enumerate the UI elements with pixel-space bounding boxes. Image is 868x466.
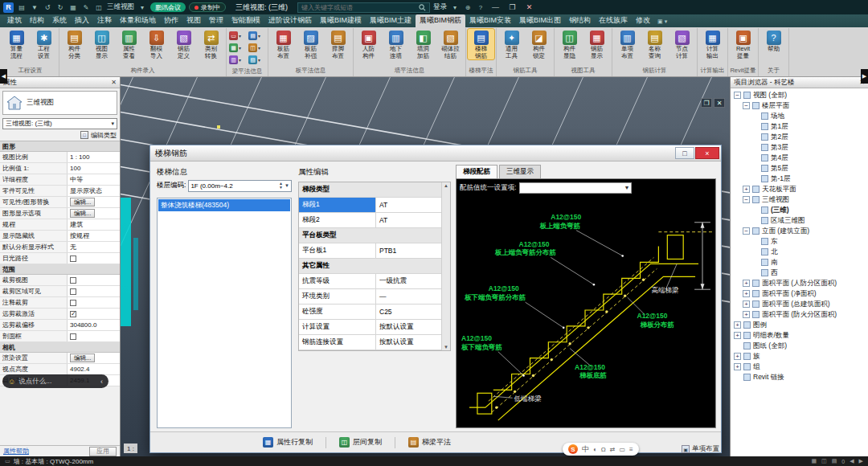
edit-button[interactable]: 编辑... — [70, 354, 95, 362]
section-icon[interactable]: ◫ — [94, 2, 104, 13]
ribbon-tab-在线族库[interactable]: 在线族库 — [595, 14, 632, 27]
ribbon-small-button-4[interactable]: ◫▾ — [248, 43, 265, 53]
dialog-footer-button-属性行复制[interactable]: ▦属性行复制 — [263, 437, 313, 448]
close-icon[interactable]: ✕ — [111, 79, 117, 86]
ribbon-tab-视图[interactable]: 视图 — [182, 14, 205, 27]
property-value[interactable]: 4902.4 — [68, 364, 120, 374]
property-value[interactable]: 显示原状态 — [68, 186, 120, 196]
property-value[interactable] — [68, 331, 120, 341]
search-input[interactable] — [301, 4, 416, 11]
tree-item-(三维)[interactable]: (三维) — [731, 205, 868, 215]
property-value[interactable]: 100 — [68, 163, 120, 174]
type-selector[interactable]: 三维视图 — [2, 91, 117, 115]
recording-badge[interactable]: 录制中 — [189, 2, 226, 12]
tree-item-第3层[interactable]: 第3层 — [731, 142, 868, 153]
tree-item-面积平面 (人防分区面积)[interactable]: +面积平面 (人防分区面积) — [731, 278, 868, 288]
property-value[interactable] — [68, 253, 120, 264]
rebar-diagram-canvas[interactable]: 配筋值统一设置项: ▼ — [456, 178, 716, 428]
ribbon-tab-进阶设计钢筋[interactable]: 进阶设计钢筋 — [264, 14, 316, 27]
ime-keyboard-icon[interactable]: ▭ — [620, 446, 626, 453]
property-value[interactable]: 编辑... — [68, 208, 120, 219]
ribbon-button-人防构件[interactable]: ▣人防 构件 — [355, 29, 382, 59]
ribbon-button-算量流程[interactable]: ▦算量 流程 — [3, 29, 30, 59]
ribbon-tab-插入[interactable]: 插入 — [71, 14, 93, 27]
redo-icon[interactable]: ↻ — [55, 2, 65, 13]
ribbon-tab-系统[interactable]: 系统 — [48, 14, 71, 27]
property-value[interactable]: 1 : 100 — [68, 152, 120, 162]
search-icon[interactable] — [419, 4, 426, 11]
ribbon-button-名称查询[interactable]: ▤名称 查询 — [641, 29, 668, 59]
floor-code-combo[interactable]: 1F (0.00m~4.2 ▲▼ ▼ — [188, 180, 292, 192]
table-row[interactable]: 环境类别— — [299, 289, 441, 305]
scroll-right-icon[interactable]: ▶ — [859, 458, 863, 464]
dialog-footer-button-层间复制[interactable]: ◫层间复制 — [339, 437, 382, 448]
ribbon-button-节点计算[interactable]: ▧节点 计算 — [669, 29, 695, 59]
open-icon[interactable]: ▤ — [17, 2, 27, 13]
property-value[interactable] — [68, 275, 120, 285]
checkbox[interactable] — [70, 300, 76, 306]
tab-3d-display[interactable]: 三维显示 — [499, 165, 541, 178]
dialog-close-button[interactable]: × — [695, 147, 719, 159]
ribbon-button-构件显隐[interactable]: ◫构件 显隐 — [556, 29, 583, 59]
ribbon-small-button-5[interactable]: ▥▾ — [229, 55, 246, 65]
ribbon-button-板筋布置[interactable]: ▦板筋 布置 — [270, 29, 297, 59]
minimize-button[interactable]: — — [489, 3, 502, 11]
ribbon-tab-管理[interactable]: 管理 — [205, 14, 227, 27]
ime-switch-icon[interactable]: ⇄ — [610, 446, 616, 453]
ribbon-tab-修改[interactable]: 修改 — [632, 14, 654, 27]
property-value[interactable] — [68, 286, 120, 296]
properties-header[interactable]: 属性 ✕ — [0, 77, 120, 88]
property-section-图形[interactable]: 图形 — [0, 141, 120, 152]
ime-symbol-icon[interactable]: Ω — [601, 446, 606, 453]
tree-item-天花板平面[interactable]: +天花板平面 — [731, 184, 868, 194]
ribbon-button-撑脚布置[interactable]: ▤撑脚 布置 — [325, 29, 351, 59]
dialog-footer-button-梯梁平法[interactable]: ▤梯梁平法 — [408, 437, 451, 448]
ribbon-tab-智能翻模[interactable]: 智能翻模 — [227, 14, 264, 27]
ime-mode-toggle[interactable]: 中 — [582, 444, 589, 455]
ribbon-small-button-3[interactable]: ▦▾ — [229, 43, 246, 53]
table-row[interactable]: 钢筋连接设置按默认设置 — [299, 335, 441, 350]
tree-item-东[interactable]: 东 — [731, 236, 868, 247]
app-menu-button[interactable]: R — [3, 2, 14, 13]
table-row[interactable]: 梯段2AT — [299, 213, 441, 228]
scroll-down-icon[interactable]: ▼ — [444, 345, 448, 350]
table-row[interactable]: 抗震等级一级抗震 — [299, 274, 441, 289]
ribbon-tab-注释[interactable]: 注释 — [93, 14, 116, 27]
tree-item-面积平面 (防火分区面积)[interactable]: +面积平面 (防火分区面积) — [731, 309, 868, 320]
edit-button[interactable]: 编辑... — [70, 198, 95, 206]
table-row[interactable]: 计算设置按默认设置 — [299, 320, 441, 335]
edit-type-button[interactable]: 编辑类型 — [91, 131, 117, 140]
tree-item-立面 (建筑立面)[interactable]: −立面 (建筑立面) — [731, 226, 868, 236]
ribbon-tab-体量和场地[interactable]: 体量和场地 — [116, 14, 160, 27]
undo-icon[interactable]: ↺ — [43, 2, 52, 13]
save-icon[interactable]: ▼ — [30, 2, 39, 13]
tree-item-第-1层[interactable]: 第-1层 — [731, 174, 868, 184]
ime-toolbar[interactable]: S 中 ◐ Ω ⇄ ▭ ≡ — [563, 443, 639, 456]
collapse-left-icon[interactable]: ◀ — [0, 69, 7, 84]
tree-item-第1层[interactable]: 第1层 — [731, 121, 868, 132]
tree-item-图纸 (全部)[interactable]: 图纸 (全部) — [731, 341, 868, 351]
ribbon-tab-晨曦BIM钢筋[interactable]: 晨曦BIM钢筋 — [416, 14, 465, 27]
ribbon-tab-晨曦BIM土建[interactable]: 晨曦BIM土建 — [366, 14, 416, 27]
ribbon-button-翻模导入[interactable]: ⇩翻模 导入 — [143, 29, 170, 59]
ime-menu-icon[interactable]: ≡ — [629, 446, 633, 453]
filter-icon[interactable]: ▦ — [811, 458, 817, 464]
ribbon-button-帮助[interactable]: ?帮助 — [760, 29, 787, 53]
ribbon-button-单项布置[interactable]: ▥单项 布置 — [614, 29, 641, 59]
ribbon-button-计算输出[interactable]: ▦计算 输出 — [699, 29, 726, 59]
view-scale-control[interactable]: 1 : — [124, 444, 137, 453]
checkbox[interactable] — [70, 311, 76, 317]
tree-item-第4层[interactable]: 第4层 — [731, 153, 868, 163]
chat-placeholder[interactable]: 说点什么... — [18, 377, 51, 386]
tree-item-组[interactable]: +组 — [731, 362, 868, 372]
property-value[interactable]: 无 — [68, 242, 120, 252]
ribbon-tab-晨曦BIM建模[interactable]: 晨曦BIM建模 — [316, 14, 366, 27]
tree-item-面积平面 (总建筑面积)[interactable]: +面积平面 (总建筑面积) — [731, 299, 868, 309]
view-close-icon[interactable]: ✕ — [714, 98, 725, 108]
meeting-badge[interactable]: 鹏讯会议 — [150, 2, 186, 12]
viewport-3d[interactable]: ❐ ✕ 1 : 楼梯钢筋 □ × 楼梯信息 楼层编码: 1 — [121, 77, 730, 456]
ime-logo-icon[interactable]: S — [568, 444, 578, 454]
ribbon-tab-协作[interactable]: 协作 — [160, 14, 182, 27]
property-value[interactable]: 编辑... — [68, 197, 120, 207]
tree-item-第5层[interactable]: 第5层 — [731, 163, 868, 174]
